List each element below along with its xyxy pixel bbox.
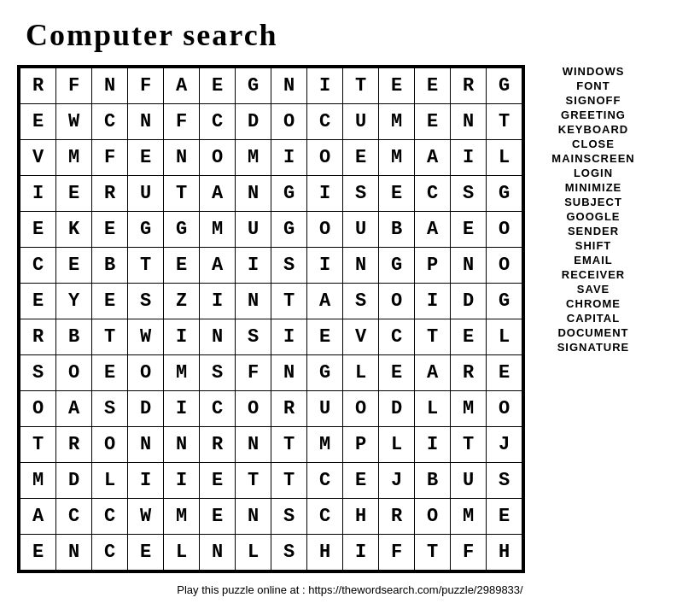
cell-6-7: T xyxy=(271,284,307,319)
page-title: Computer search xyxy=(26,17,278,53)
cell-10-10: L xyxy=(379,427,415,463)
word-item-shift: SHIFT xyxy=(575,239,612,252)
cell-0-1: F xyxy=(56,68,92,104)
cell-5-0: C xyxy=(20,248,56,284)
cell-12-1: C xyxy=(56,499,92,535)
cell-11-1: D xyxy=(56,463,92,499)
cell-7-1: B xyxy=(56,319,92,355)
cell-6-11: I xyxy=(415,284,451,319)
word-item-email: EMAIL xyxy=(574,254,612,266)
cell-13-10: F xyxy=(379,535,415,571)
cell-7-4: I xyxy=(164,319,200,355)
cell-11-5: E xyxy=(200,463,236,499)
cell-2-9: E xyxy=(343,140,379,176)
cell-9-12: M xyxy=(451,391,487,427)
cell-1-11: E xyxy=(415,104,451,140)
cell-3-5: A xyxy=(200,176,236,212)
cell-11-12: U xyxy=(451,463,487,499)
cell-7-2: T xyxy=(92,319,128,355)
cell-10-9: P xyxy=(343,427,379,463)
cell-9-6: O xyxy=(236,391,271,427)
cell-5-6: I xyxy=(236,248,271,284)
cell-12-10: R xyxy=(379,499,415,535)
word-item-font: FONT xyxy=(576,79,610,92)
cell-11-2: L xyxy=(92,463,128,499)
cell-0-12: R xyxy=(451,68,487,104)
cell-8-1: O xyxy=(56,355,92,391)
cell-3-0: I xyxy=(20,176,56,212)
cell-7-8: E xyxy=(307,319,343,355)
cell-11-8: C xyxy=(307,463,343,499)
cell-10-6: N xyxy=(236,427,271,463)
cell-10-7: T xyxy=(271,427,307,463)
word-item-minimize: MINIMIZE xyxy=(565,181,622,194)
word-list: WINDOWSFONTSIGNOFFGREETINGKEYBOARDCLOSEM… xyxy=(542,65,645,354)
cell-3-12: S xyxy=(451,176,487,212)
cell-11-0: M xyxy=(20,463,56,499)
cell-1-10: M xyxy=(379,104,415,140)
cell-4-3: G xyxy=(128,212,164,248)
cell-9-4: I xyxy=(164,391,200,427)
word-item-save: SAVE xyxy=(577,283,610,296)
word-item-mainscreen: MAINSCREEN xyxy=(551,152,634,165)
cell-0-2: N xyxy=(92,68,128,104)
cell-12-13: E xyxy=(487,499,522,535)
cell-12-5: E xyxy=(200,499,236,535)
word-item-signoff: SIGNOFF xyxy=(566,94,621,107)
cell-3-10: E xyxy=(379,176,415,212)
cell-5-5: A xyxy=(200,248,236,284)
cell-1-3: N xyxy=(128,104,164,140)
cell-8-10: E xyxy=(379,355,415,391)
cell-0-8: I xyxy=(307,68,343,104)
cell-9-9: O xyxy=(343,391,379,427)
cell-10-0: T xyxy=(20,427,56,463)
cell-3-3: U xyxy=(128,176,164,212)
cell-7-5: N xyxy=(200,319,236,355)
cell-4-13: O xyxy=(487,212,522,248)
cell-11-7: T xyxy=(271,463,307,499)
cell-2-3: E xyxy=(128,140,164,176)
word-item-chrome: CHROME xyxy=(566,297,621,310)
cell-4-8: O xyxy=(307,212,343,248)
cell-2-0: V xyxy=(20,140,56,176)
cell-1-5: C xyxy=(200,104,236,140)
cell-7-9: V xyxy=(343,319,379,355)
cell-6-13: G xyxy=(487,284,522,319)
cell-1-13: T xyxy=(487,104,522,140)
cell-13-12: F xyxy=(451,535,487,571)
cell-5-1: E xyxy=(56,248,92,284)
cell-0-10: E xyxy=(379,68,415,104)
cell-3-6: N xyxy=(236,176,271,212)
grid-table: RFNFAEGNITEERGEWCNFCDOCUMENTVMFENOMIOEMA… xyxy=(20,67,522,571)
word-item-windows: WINDOWS xyxy=(563,65,625,78)
cell-12-9: H xyxy=(343,499,379,535)
cell-6-12: D xyxy=(451,284,487,319)
cell-9-13: O xyxy=(487,391,522,427)
cell-2-4: N xyxy=(164,140,200,176)
cell-8-0: S xyxy=(20,355,56,391)
cell-3-1: E xyxy=(56,176,92,212)
cell-7-13: L xyxy=(487,319,522,355)
cell-1-0: E xyxy=(20,104,56,140)
cell-9-3: D xyxy=(128,391,164,427)
cell-2-7: I xyxy=(271,140,307,176)
word-item-subject: SUBJECT xyxy=(564,196,622,208)
cell-13-4: L xyxy=(164,535,200,571)
cell-1-8: C xyxy=(307,104,343,140)
cell-0-7: N xyxy=(271,68,307,104)
cell-2-6: M xyxy=(236,140,271,176)
cell-13-3: E xyxy=(128,535,164,571)
cell-12-0: A xyxy=(20,499,56,535)
cell-5-8: I xyxy=(307,248,343,284)
cell-8-13: E xyxy=(487,355,522,391)
cell-8-7: N xyxy=(271,355,307,391)
cell-11-6: T xyxy=(236,463,271,499)
cell-11-11: B xyxy=(415,463,451,499)
cell-1-2: C xyxy=(92,104,128,140)
cell-6-8: A xyxy=(307,284,343,319)
cell-9-5: C xyxy=(200,391,236,427)
cell-10-8: M xyxy=(307,427,343,463)
cell-7-12: E xyxy=(451,319,487,355)
cell-1-6: D xyxy=(236,104,271,140)
cell-4-12: E xyxy=(451,212,487,248)
